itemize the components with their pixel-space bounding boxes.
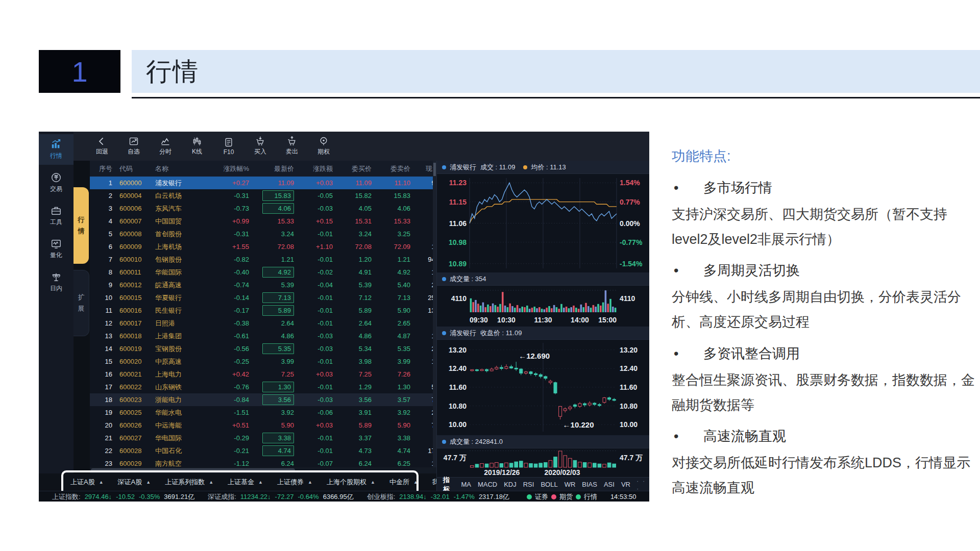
- cell: -0.38: [206, 317, 249, 330]
- toolbar-item-K线[interactable]: K线: [181, 136, 213, 156]
- cell: 20: [90, 419, 115, 432]
- sidebar-item-工具[interactable]: 工具: [39, 201, 74, 231]
- cell: 21: [90, 432, 115, 444]
- indicator-BOLL[interactable]: BOLL: [541, 481, 557, 488]
- market-tab-上证A股[interactable]: 上证A股▲: [63, 478, 111, 487]
- table-row[interactable]: 22600028中国石化-0.214.74-0.014.734.7417191.…: [90, 444, 436, 457]
- indicator-MA[interactable]: MA: [461, 481, 471, 488]
- minute-volume-chart[interactable]: 4110411009:3010:3011:3014:0015:00: [437, 286, 649, 327]
- tab-collapse-arrow-icon[interactable]: ▲: [308, 480, 312, 485]
- table-row[interactable]: 15600020中原高速-0.253.99-0.013.983.991320.9: [90, 355, 436, 368]
- price-highlight-box: 5.89: [262, 305, 294, 316]
- cell: -0.03: [294, 342, 333, 355]
- indicator-RSI[interactable]: RSI: [523, 481, 534, 488]
- market-tab-深证A股[interactable]: 深证A股▲: [111, 478, 158, 487]
- cell: -0.01: [294, 317, 333, 330]
- column-header-委买价[interactable]: 委买价: [333, 161, 372, 177]
- sidebar-item-行情[interactable]: 行情: [39, 134, 74, 165]
- toolbar-item-自选[interactable]: 自选: [118, 136, 150, 156]
- minutechart-svg: 11.2311.1511.0610.9810.891.54%0.77%0.00%…: [437, 174, 649, 272]
- toolbar-item-回退[interactable]: 回退: [86, 136, 118, 156]
- tab-collapse-arrow-icon[interactable]: ▲: [146, 480, 151, 485]
- column-header-代码[interactable]: 代码: [115, 161, 153, 177]
- side-tab-行情[interactable]: 行情: [74, 187, 89, 264]
- column-header-涨跌幅%[interactable]: 涨跌幅%: [206, 161, 249, 177]
- table-row[interactable]: 2600004白云机场-0.3115.83-0.0515.8215.83410.…: [90, 189, 436, 202]
- table-row[interactable]: 16600021上海电力+0.427.25+0.037.257.2614.5: [90, 368, 436, 381]
- market-tab-中金所[interactable]: 中金所▲: [382, 478, 425, 487]
- vertical-scrollbar[interactable]: [433, 161, 436, 467]
- sidebar-item-交易[interactable]: 交易: [39, 167, 74, 198]
- indicator-more[interactable]: · · ·: [636, 477, 649, 492]
- column-header-名称[interactable]: 名称: [153, 161, 206, 177]
- table-row[interactable]: 8600011华能国际-0.404.92-0.024.914.921927.1: [90, 266, 436, 279]
- side-tab-扩展[interactable]: 扩展: [74, 270, 89, 336]
- table-row[interactable]: 19600025华能水电-1.513.92-0.063.913.922532.6: [90, 406, 436, 419]
- indicator-BIAS[interactable]: BIAS: [582, 481, 597, 488]
- price-highlight-box: 7.13: [262, 292, 294, 303]
- toolbar-item-期权[interactable]: 期权: [308, 136, 339, 156]
- table-row[interactable]: 1600000浦发银行+0.2711.09+0.0311.0911.109524…: [90, 177, 436, 189]
- vertical-scroll-thumb[interactable]: [433, 163, 436, 176]
- table-row[interactable]: 3600006东风汽车-0.734.06-0.034.054.06610.6: [90, 202, 436, 215]
- left-sidebar: 行情交易工具量化日内: [39, 132, 74, 491]
- svg-text:11.06: 11.06: [449, 219, 467, 228]
- cell: 东风汽车: [153, 202, 206, 215]
- toolbar-item-卖出[interactable]: 卖出: [276, 136, 308, 156]
- toolbar-item-买入[interactable]: 买入: [244, 136, 276, 156]
- svg-text:-0.77%: -0.77%: [620, 238, 643, 246]
- tab-collapse-arrow-icon[interactable]: ▲: [99, 480, 104, 485]
- table-row[interactable]: 14600019宝钢股份-0.565.35-0.035.345.352646.9: [90, 342, 436, 355]
- market-tab-bar: 上证A股▲深证A股▲上证系列指数▲上证基金▲上证债券▲上海个股期权▲中金所▲我的…: [39, 473, 436, 491]
- tab-collapse-arrow-icon[interactable]: ▲: [413, 480, 418, 485]
- table-row[interactable]: 5600008首创股份-0.313.24-0.013.243.25115.8: [90, 228, 436, 240]
- kline-volume-chart[interactable]: 47.7 万47.7 万2019/12/262020/02/03: [437, 448, 649, 477]
- toolbar-item-分时[interactable]: 分时: [150, 136, 181, 156]
- market-tab-我的自选[interactable]: 我的自选: [425, 478, 436, 487]
- indicator-KDJ[interactable]: KDJ: [504, 481, 517, 488]
- cell: 600006: [115, 202, 153, 215]
- svg-text:13.20: 13.20: [449, 346, 467, 354]
- indicator-MACD[interactable]: MACD: [478, 481, 497, 488]
- table-row[interactable]: 7600010包钢股份-0.821.21-0.011.201.21947208.…: [90, 253, 436, 266]
- kline-chart[interactable]: 13.2013.2012.4012.4011.6011.6010.8010.80…: [437, 340, 649, 435]
- cell: 600027: [115, 432, 153, 444]
- table-row[interactable]: 4600007中国国贸+0.9915.33+0.1515.3115.3311.6: [90, 215, 436, 228]
- sidebar-item-日内[interactable]: 日内: [39, 267, 74, 297]
- table-row[interactable]: 10600015华夏银行-0.147.13-0.017.127.1325313.…: [90, 291, 436, 304]
- indicator-ASI[interactable]: ASI: [604, 481, 615, 488]
- tab-collapse-arrow-icon[interactable]: ▲: [209, 480, 213, 485]
- table-row[interactable]: 17600022山东钢铁-0.761.30-0.011.291.305745.3: [90, 381, 436, 393]
- horizontal-scrollbar[interactable]: [90, 467, 436, 473]
- table-row[interactable]: 18600023浙能电力-0.843.56-0.033.563.577613.4: [90, 393, 436, 406]
- table-row[interactable]: 6600009上海机场+1.5572.08+1.1072.0872.091011…: [90, 240, 436, 253]
- table-row[interactable]: 20600026中远海能+0.515.90+0.035.895.907722.7: [90, 419, 436, 432]
- feature-description: 对接交易所低延时行情发布系统LDDS，行情显示高速流畅直观: [672, 450, 976, 500]
- market-tab-上证系列指数[interactable]: 上证系列指数▲: [158, 478, 220, 487]
- cell: 浙能电力: [153, 393, 206, 406]
- toolbar-item-F10[interactable]: F10: [213, 137, 244, 156]
- minute-chart[interactable]: 11.2311.1511.0610.9810.891.54%0.77%0.00%…: [437, 174, 649, 272]
- column-header-序号[interactable]: 序号: [90, 161, 115, 177]
- table-row[interactable]: 9600012皖通高速-0.745.39-0.045.395.40203.3: [90, 279, 436, 291]
- cell: 12: [90, 317, 115, 330]
- svg-text:10.80: 10.80: [449, 402, 467, 410]
- indicator-VR[interactable]: VR: [621, 481, 630, 488]
- table-row[interactable]: 11600016民生银行-0.175.89-0.015.895.9013765.…: [90, 304, 436, 317]
- column-header-涨跌额[interactable]: 涨跌额: [294, 161, 333, 177]
- cell: +1.55: [206, 240, 249, 253]
- tab-collapse-arrow-icon[interactable]: ▲: [258, 480, 263, 485]
- column-header-委卖价[interactable]: 委卖价: [372, 161, 410, 177]
- market-tab-上证债券[interactable]: 上证债券▲: [270, 478, 320, 487]
- indicator-WR[interactable]: WR: [565, 481, 576, 488]
- table-row[interactable]: 13600018上港集团-0.614.86-0.034.864.871328.5: [90, 330, 436, 342]
- sidebar-item-量化[interactable]: 量化: [39, 234, 74, 264]
- market-tab-上证基金[interactable]: 上证基金▲: [220, 478, 270, 487]
- tab-collapse-arrow-icon[interactable]: ▲: [371, 480, 375, 485]
- feature-list: 功能特点: •多市场行情支持沪深交易所、四大期货交易所（暂不支持level2及l…: [672, 147, 976, 500]
- table-row[interactable]: 21600027华电国际-0.293.38-0.013.373.38220.1: [90, 432, 436, 444]
- column-header-最新价[interactable]: 最新价: [249, 161, 294, 177]
- table-row[interactable]: 12600017日照港-0.382.64-0.012.642.65210.5: [90, 317, 436, 330]
- horizontal-scroll-thumb[interactable]: [91, 468, 295, 472]
- market-tab-上海个股期权[interactable]: 上海个股期权▲: [320, 478, 382, 487]
